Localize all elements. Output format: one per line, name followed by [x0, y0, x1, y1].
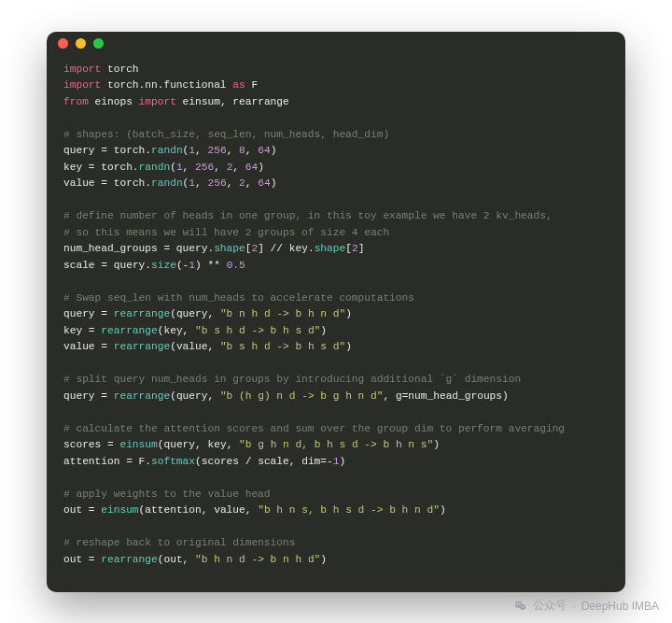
code-token-id: scale	[63, 260, 101, 271]
code-token-id: key	[289, 243, 308, 254]
code-token-op: ,	[227, 177, 239, 189]
code-line: key = torch.randn(1, 256, 2, 64)	[63, 160, 609, 177]
code-token-op: ,	[232, 162, 245, 173]
code-token-op: ,	[195, 439, 207, 450]
code-block: import torchimport torch.nn.functional a…	[47, 56, 625, 592]
code-token-cmt: # apply weights to the value head	[63, 488, 271, 500]
code-token-id: value	[63, 177, 101, 189]
code-window: import torchimport torch.nn.functional a…	[47, 32, 625, 592]
code-token-op: )	[271, 145, 277, 156]
code-token-id: key	[163, 325, 182, 336]
code-token-fn: softmax	[151, 456, 195, 467]
code-token-id: query	[63, 308, 101, 319]
minimize-icon[interactable]	[76, 38, 86, 49]
code-token-fn: randn	[139, 162, 171, 173]
zoom-icon[interactable]	[93, 38, 104, 49]
code-token-mod: torch	[107, 64, 139, 75]
code-token-op: ,	[207, 390, 219, 402]
code-token-num: 1	[333, 456, 340, 467]
code-line: import torch	[63, 62, 609, 78]
code-token-fn: rearrange	[114, 341, 170, 352]
code-token-op: (	[170, 162, 176, 173]
code-token-cmt: # so this means we will have 2 groups of…	[63, 227, 389, 238]
code-token-id: out	[163, 554, 182, 565]
code-token-op: )	[320, 554, 327, 565]
close-icon[interactable]	[58, 38, 68, 49]
code-token-op: (	[170, 390, 176, 402]
code-line	[63, 470, 609, 487]
code-token-op: ,	[183, 162, 195, 173]
code-line: import torch.nn.functional as F	[63, 78, 609, 94]
code-line	[63, 519, 609, 536]
code-token-mod: F	[251, 79, 258, 91]
code-token-kw: import	[63, 64, 101, 75]
code-token-id: dim	[301, 456, 320, 467]
code-token-op	[176, 96, 183, 107]
code-line: # calculate the attention scores and sum…	[63, 421, 609, 438]
code-token-op: ,	[207, 308, 219, 319]
code-line: # define number of heads in one group, i…	[63, 208, 609, 225]
code-token-op: .	[133, 162, 139, 173]
code-token-op: ,	[383, 390, 395, 402]
code-token-num: 2	[352, 243, 358, 254]
code-token-num: 256	[207, 177, 226, 189]
code-token-op: ) **	[195, 260, 227, 271]
code-token-id: query	[63, 390, 101, 402]
code-token-op: ,	[207, 341, 219, 352]
code-token-op: =	[101, 390, 113, 402]
code-token-op: =	[163, 243, 175, 254]
code-token-str: "b h n s, b h s d -> b h n d"	[258, 504, 440, 516]
watermark-prefix: 公众号	[533, 598, 567, 614]
code-token-op: =	[89, 554, 101, 565]
code-token-mod: torch.nn.functional	[107, 79, 227, 91]
code-token-op	[133, 96, 139, 107]
code-token-op: ,	[227, 145, 239, 156]
code-token-kw: import	[139, 96, 176, 107]
code-token-str: "b g h n d, b h s d -> b h n s"	[239, 439, 433, 450]
code-token-op: ,	[245, 177, 258, 189]
code-line: out = einsum(attention, value, "b h n s,…	[63, 503, 609, 519]
code-token-fn: shape	[315, 243, 346, 254]
code-token-op	[101, 64, 107, 75]
titlebar	[47, 32, 625, 56]
code-token-op: ,	[195, 177, 207, 189]
code-token-cmt: # reshape back to original dimensions	[63, 537, 295, 548]
code-token-id: attention	[145, 504, 201, 516]
code-token-fn: size	[151, 260, 176, 271]
code-token-str: "b n h d -> b h n d"	[220, 308, 345, 319]
code-token-op: ,	[214, 162, 226, 173]
code-token-id: query	[176, 308, 208, 319]
code-token-id: query	[163, 439, 195, 450]
code-token-fn: randn	[151, 145, 183, 156]
code-token-op: (	[176, 260, 183, 271]
code-line: value = rearrange(value, "b s h d -> b h…	[63, 339, 609, 356]
code-token-id: key	[207, 439, 226, 450]
code-token-op: =	[89, 504, 101, 516]
code-line: attention = F.softmax(scores / scale, di…	[63, 454, 609, 471]
code-line	[63, 274, 609, 290]
code-token-id: value	[214, 504, 245, 516]
code-token-id: scores	[63, 439, 107, 450]
code-line	[63, 404, 609, 421]
code-token-op: ,	[289, 456, 301, 467]
code-token-op: =	[126, 456, 138, 467]
code-token-op: ,	[183, 325, 195, 336]
code-token-id: key	[63, 162, 89, 173]
code-token-op: (	[170, 341, 176, 352]
code-token-fn: einsum	[119, 439, 157, 450]
code-token-op: )	[345, 341, 352, 352]
code-token-id: value	[63, 341, 101, 352]
code-token-op: ,	[245, 145, 258, 156]
code-token-op: .	[308, 243, 315, 254]
code-token-id: query	[63, 145, 101, 156]
code-token-op: ]	[358, 243, 365, 254]
code-line: # apply weights to the value head	[63, 487, 609, 503]
code-token-id: attention	[63, 456, 126, 467]
code-line: query = torch.randn(1, 256, 8, 64)	[63, 143, 609, 160]
code-token-str: "b s h d -> b h s d"	[220, 341, 345, 352]
code-token-op	[89, 96, 95, 107]
code-token-id: query	[176, 243, 208, 254]
code-token-id: query	[114, 260, 146, 271]
code-token-str: "b h n d -> b n h d"	[195, 554, 320, 565]
code-token-id: scores	[202, 456, 245, 467]
